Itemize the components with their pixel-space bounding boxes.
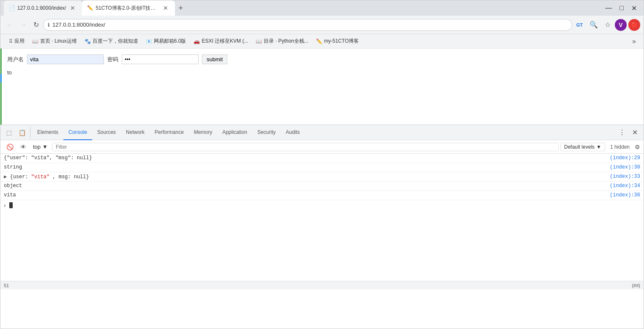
address-bar[interactable]: ℹ 127.0.0.1:8000/index/ — [43, 19, 572, 31]
devtools-icon-group: ⬚ 📋 — [2, 127, 30, 139]
status-left: 51 — [4, 283, 9, 288]
bookmark-apps[interactable]: ⠿ 应用 — [5, 36, 28, 46]
console-cursor — [9, 202, 13, 208]
bookmark-mail-label: 网易邮箱6.0版 — [154, 38, 186, 45]
nav-actions: GT 🔍 ☆ V 🔴 — [574, 18, 640, 31]
tab-network[interactable]: Network — [121, 125, 150, 140]
new-tab-button[interactable]: + — [175, 2, 186, 14]
expand-arrow[interactable]: ▶ — [4, 174, 7, 180]
reload-button[interactable]: ↻ — [31, 18, 41, 31]
tab-sources[interactable]: Sources — [92, 125, 121, 140]
console-input-row: › — [0, 200, 644, 210]
clear-console-button[interactable]: 🚫 — [4, 142, 16, 152]
bookmark-star-button[interactable]: ☆ — [602, 18, 613, 31]
tab-audits[interactable]: Audits — [281, 125, 305, 140]
console-link-1[interactable]: (index):29 — [610, 155, 640, 161]
tab-2-close[interactable]: ✕ — [161, 4, 170, 12]
console-link-4[interactable]: (index):34 — [610, 183, 640, 189]
console-text-2: string — [4, 164, 610, 170]
console-line-4: object (index):34 — [0, 182, 644, 191]
username-input[interactable] — [27, 54, 104, 64]
default-levels-button[interactable]: Default levels ▼ — [560, 143, 605, 151]
tab-performance[interactable]: Performance — [150, 125, 189, 140]
apps-icon: ⠿ — [9, 38, 13, 44]
zoom-button[interactable]: 🔍 — [587, 18, 600, 31]
context-arrow: ▼ — [42, 144, 48, 150]
tab-1[interactable]: 📄 127.0.0.1:8000/index/ ✕ — [4, 0, 82, 16]
console-line-5: vita (index):36 — [0, 191, 644, 200]
password-label: 密码 — [107, 56, 118, 63]
bookmark-linux[interactable]: 📖 首页 · Linux运维 — [29, 36, 80, 46]
tab-application[interactable]: Application — [217, 125, 252, 140]
close-button[interactable]: ✕ — [628, 3, 640, 13]
browser-window: 📄 127.0.0.1:8000/index/ ✕ ✏️ 51CTO博客2.0-… — [0, 0, 644, 329]
notification-avatar[interactable]: 🔴 — [628, 19, 640, 31]
tab-2[interactable]: ✏️ 51CTO博客2.0-原创IT技术文章… ✕ — [82, 0, 175, 16]
object-prefix: {user: — [10, 174, 31, 180]
tab-elements[interactable]: Elements — [32, 125, 63, 140]
bookmark-baidu-label: 百度一下，你就知道 — [93, 38, 138, 45]
console-line-3: ▶ {user: "vita" , msg: null} (index):33 — [0, 172, 644, 182]
devtools-close-button[interactable]: ✕ — [630, 127, 640, 138]
status-right: {##} — [632, 283, 640, 288]
left-green-border — [0, 49, 2, 125]
console-line-1: {"user": "vita", "msg": null} (index):29 — [0, 154, 644, 163]
page-content: 用户名 密码 submit to — [0, 49, 644, 125]
tab-1-close[interactable]: ✕ — [68, 4, 77, 12]
nav-bar: ← → ↻ ℹ 127.0.0.1:8000/index/ GT 🔍 ☆ V 🔴 — [0, 16, 644, 34]
maximize-button[interactable]: □ — [616, 3, 627, 13]
console-link-2[interactable]: (index):30 — [610, 164, 640, 170]
to-label: to — [7, 69, 12, 76]
bookmark-baidu[interactable]: 🐾 百度一下，你就知道 — [81, 36, 142, 46]
bookmark-51cto[interactable]: ✏️ my-51CTO博客 — [313, 36, 362, 46]
console-text-5: vita — [4, 192, 610, 198]
console-link-3[interactable]: (index):33 — [610, 174, 640, 179]
eye-button[interactable]: 👁 — [18, 142, 29, 152]
bookmark-linux-label: 首页 · Linux运维 — [40, 38, 77, 45]
inspector-icon[interactable]: ⬚ — [4, 127, 14, 139]
book-icon: 📖 — [32, 38, 38, 44]
bookmark-python[interactable]: 📖 目录 · Python全栈... — [252, 36, 311, 46]
paw-icon: 🐾 — [85, 38, 91, 44]
console-text-1: {"user": "vita", "msg": null} — [4, 155, 610, 161]
bookmarks-bar: ⠿ 应用 📖 首页 · Linux运维 🐾 百度一下，你就知道 📧 网易邮箱6.… — [0, 34, 644, 49]
devtools-panel: ⬚ 📋 Elements Console Sources Network Per… — [0, 125, 644, 281]
minimize-button[interactable]: — — [602, 3, 615, 13]
title-bar: 📄 127.0.0.1:8000/index/ ✕ ✏️ 51CTO博客2.0-… — [0, 0, 644, 16]
book2-icon: 📖 — [256, 38, 262, 44]
bookmark-51cto-label: my-51CTO博客 — [324, 38, 359, 45]
tab-security[interactable]: Security — [252, 125, 281, 140]
window-controls: — □ ✕ — [602, 3, 640, 13]
bookmark-mail[interactable]: 📧 网易邮箱6.0版 — [142, 36, 190, 46]
tab-1-favicon: 📄 — [9, 5, 15, 11]
context-value: top — [33, 144, 41, 150]
devtools-tab-bar: ⬚ 📋 Elements Console Sources Network Per… — [0, 125, 644, 140]
default-levels-arrow: ▼ — [596, 144, 601, 150]
console-icon[interactable]: 📋 — [16, 127, 28, 139]
forward-button[interactable]: → — [17, 19, 29, 31]
bookmarks-more-button[interactable]: » — [630, 37, 639, 46]
bookmark-esxi[interactable]: 🚗 ESXI 迁移至KVM (... — [190, 36, 251, 46]
tab-memory[interactable]: Memory — [189, 125, 217, 140]
status-bar: 51 {##} — [0, 281, 644, 289]
submit-button[interactable]: submit — [202, 54, 227, 64]
car-icon: 🚗 — [194, 38, 200, 44]
back-button[interactable]: ← — [4, 19, 16, 31]
translate-button[interactable]: GT — [574, 20, 585, 30]
bookmark-esxi-label: ESXI 迁移至KVM (... — [202, 38, 248, 45]
devtools-more-button[interactable]: ⋮ — [616, 127, 628, 138]
mail-icon: 📧 — [146, 38, 152, 44]
console-settings-button[interactable]: ⚙ — [635, 144, 640, 150]
login-form: 用户名 密码 submit — [7, 54, 637, 64]
default-levels-label: Default levels — [564, 144, 595, 150]
console-link-5[interactable]: (index):36 — [610, 192, 640, 198]
console-filter-input[interactable] — [52, 143, 559, 151]
tab-console[interactable]: Console — [63, 125, 92, 140]
console-prompt: › — [4, 202, 6, 209]
password-input[interactable] — [122, 54, 199, 64]
avatar[interactable]: V — [615, 19, 627, 31]
context-selector[interactable]: top ▼ — [30, 143, 50, 151]
console-line-2: string (index):30 — [0, 163, 644, 172]
object-suffix: , msg: null} — [52, 174, 89, 180]
bookmark-apps-label: 应用 — [14, 38, 25, 45]
